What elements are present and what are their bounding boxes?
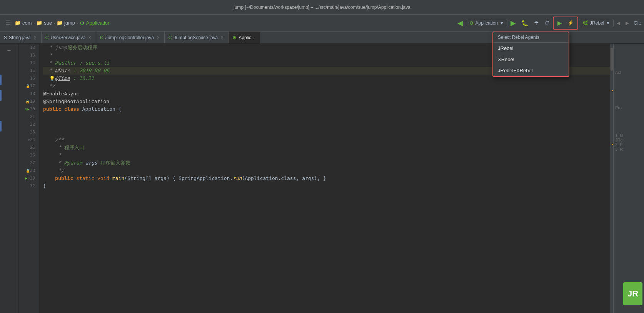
line-num-13: 13 — [20, 52, 35, 59]
jrebel-debug-button[interactable]: ⚡ — [565, 18, 576, 27]
code-line-24: /** — [43, 136, 610, 144]
code-area[interactable]: * jump服务启动程序 * * @author : sue.s.li * @D… — [38, 44, 610, 313]
code-line-22 — [43, 121, 610, 128]
toolbar-actions: ◀ ⚙ Application ▼ ▶ 🐛 ☂ ⏱ ▶ ⚡ 🌿 JRebel ▼… — [455, 17, 641, 30]
tab-jumplogservice-close[interactable]: ✕ — [220, 35, 224, 40]
dropdown-xrebel[interactable]: XRebel — [493, 54, 569, 65]
tab-userservice-java[interactable]: C UserService.java ✕ — [42, 32, 96, 43]
navigate-back-button[interactable]: ◀ — [455, 17, 465, 29]
line-num-21: 21 — [20, 113, 35, 121]
line-num-32: 32 — [20, 182, 35, 190]
breadcrumb-sue-label: sue — [44, 20, 52, 26]
code-line-26: * — [43, 152, 610, 159]
scrollbar-thumb[interactable] — [611, 48, 613, 71]
line-num-29: ▶ ▽ 29 — [20, 175, 35, 182]
tab-jumplogservice-java[interactable]: C JumpLogService.java ✕ — [165, 32, 229, 43]
tab-string-icon: S — [4, 35, 7, 40]
line-num-14: 14 — [20, 59, 35, 67]
line-num-19: 🔒19 — [20, 98, 35, 105]
code-line-18: @EnableAsync — [43, 90, 610, 98]
line-num-18: 18 — [20, 90, 35, 98]
nav-forward-button[interactable]: ▶ — [623, 19, 631, 27]
code-line-20: public class Application { — [43, 105, 610, 113]
code-line-21 — [43, 113, 610, 121]
code-line-29: public static void main(String[] args) {… — [43, 175, 610, 182]
breadcrumb-application-label: Application — [86, 20, 111, 26]
code-line-32: } — [43, 182, 610, 190]
code-line-23 — [43, 128, 610, 136]
profile-button[interactable]: ⏱ — [542, 18, 552, 28]
tab-string-close[interactable]: ✕ — [33, 35, 37, 40]
title-bar: jump [~/Documents/workspace/jump] – .../… — [0, 0, 644, 15]
breadcrumb-application[interactable]: ⚙ Application — [80, 20, 111, 26]
breadcrumb: 📁 com › 📁 sue › 📁 jump › ⚙ Application — [15, 20, 110, 26]
breadcrumb-com[interactable]: 📁 com — [15, 20, 32, 26]
tab-jumplogservice-icon: C — [169, 35, 172, 40]
run-config-label: Application — [475, 20, 498, 26]
editor-container: 12 13 14 15 16 🔒17 18 🔒19 ⚙ ▶ 20 21 22 2… — [18, 44, 644, 313]
tab-string-java[interactable]: S String.java ✕ — [0, 32, 42, 43]
tab-userservice-label: UserService.java — [50, 35, 85, 40]
line-num-12: 12 — [20, 44, 35, 52]
jrebel-arrow: ▼ — [606, 20, 610, 26]
line-num-20: ⚙ ▶ 20 — [20, 105, 35, 113]
line-num-22: 22 — [20, 121, 35, 128]
coverage-button[interactable]: ☂ — [532, 18, 541, 28]
tab-application-icon: ⚙ — [232, 35, 237, 40]
jrebel-icon: 🌿 — [582, 20, 588, 26]
breadcrumb-sue[interactable]: 📁 sue — [36, 20, 52, 26]
class-icon: ⚙ — [80, 20, 85, 26]
nav-back-button[interactable]: ◀ — [614, 19, 622, 27]
run-config-arrow: ▼ — [499, 20, 504, 26]
breadcrumb-arrow-3: › — [77, 21, 78, 25]
info-2: JRe — [615, 138, 623, 142]
folder-icon-2: 📁 — [36, 20, 42, 26]
pro-text: Pro — [615, 105, 622, 110]
sidebar-minus[interactable]: — — [4, 45, 15, 55]
info-1: 1. O — [615, 133, 623, 138]
vertical-scrollbar[interactable] — [610, 44, 613, 313]
tab-jumplogcontroller-java[interactable]: C JumpLogController.java ✕ — [96, 32, 165, 43]
folder-icon: 📁 — [15, 20, 21, 26]
code-line-19: @SpringBootApplication — [43, 98, 610, 105]
tab-userservice-close[interactable]: ✕ — [87, 35, 92, 40]
title-text: jump [~/Documents/workspace/jump] – .../… — [234, 5, 410, 10]
breadcrumb-jump-label: jump — [64, 20, 75, 26]
gutter-mark-warning-2 — [612, 144, 613, 145]
line-num-15: 15 — [20, 67, 35, 75]
tab-jumplogcontroller-icon: C — [100, 35, 103, 40]
tab-jumplogcontroller-close[interactable]: ✕ — [156, 35, 160, 40]
line-num-25: 25 — [20, 144, 35, 152]
rebel-agents-dropdown: Select Rebel Agents JRebel XRebel JRebel… — [492, 32, 569, 77]
tab-string-label: String.java — [9, 35, 31, 40]
tab-application[interactable]: ⚙ Applic… — [229, 32, 260, 43]
tab-jumplogservice-label: JumpLogService.java — [174, 35, 218, 40]
run-config-dropdown[interactable]: ⚙ Application ▼ — [466, 19, 507, 27]
line-num-27: 27 — [20, 159, 35, 167]
gutter-mark-warning — [612, 90, 613, 91]
breadcrumb-com-label: com — [22, 20, 32, 26]
breadcrumb-jump[interactable]: 📁 jump — [57, 20, 75, 26]
code-line-28: */ — [43, 167, 610, 175]
act-text: Act — [615, 70, 621, 75]
dropdown-jrebel[interactable]: JRebel — [493, 43, 569, 54]
dropdown-jrebel-xrebel[interactable]: JRebel+XRebel — [493, 65, 569, 76]
jrebel-dropdown-button[interactable]: 🌿 JRebel ▼ — [579, 19, 614, 27]
line-numbers: 12 13 14 15 16 🔒17 18 🔒19 ⚙ ▶ 20 21 22 2… — [18, 44, 38, 313]
jrebel-run-button[interactable]: ▶ — [555, 18, 564, 28]
jrebel-label: JRebel — [590, 20, 604, 26]
sidebar-toggle-button[interactable]: ☰ — [3, 18, 13, 28]
code-12-content: * jump — [43, 44, 67, 52]
code-line-27: * @param args 程序输入参数 — [43, 159, 610, 167]
right-panel: Act Pro 1. O JRe 2. E 3. R JR — [613, 44, 644, 313]
git-label: Git: — [634, 20, 641, 26]
dropdown-header: Select Rebel Agents — [493, 32, 569, 43]
run-button[interactable]: ▶ — [508, 17, 518, 29]
debug-button[interactable]: 🐛 — [519, 18, 531, 28]
info-3: 2. E — [615, 142, 623, 147]
breadcrumb-arrow-2: › — [53, 21, 55, 25]
bulb-icon: 💡 — [49, 75, 55, 82]
jrebel-button-group: ▶ ⚡ — [553, 17, 578, 30]
code-line-17: */ — [43, 82, 610, 90]
breadcrumb-arrow-1: › — [33, 21, 35, 25]
